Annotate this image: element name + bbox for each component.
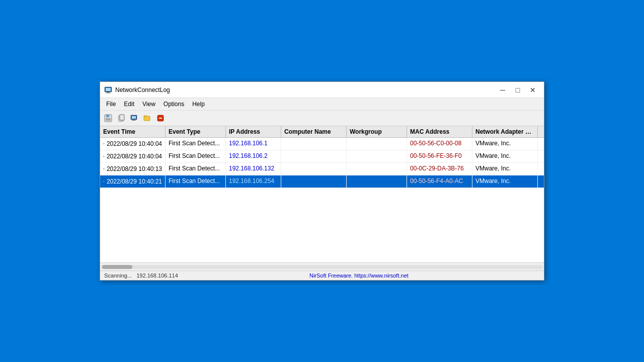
svg-rect-6 — [106, 118, 111, 121]
cell-event-type: First Scan Detect... — [166, 163, 226, 175]
title-controls: ─ □ ✕ — [496, 85, 540, 95]
table-row[interactable]: 2022/08/29 10:40:13First Scan Detect...1… — [100, 163, 544, 175]
cell-network-adapter: VMware, Inc. — [472, 163, 538, 175]
close-button[interactable]: ✕ — [526, 85, 540, 95]
col-header-network-adapter[interactable]: Network Adapter Comp — [472, 126, 538, 137]
svg-rect-11 — [133, 120, 135, 120]
scanning-ip: 192.168.106.114 — [136, 273, 178, 279]
menu-item-options[interactable]: Options — [159, 99, 188, 109]
event-time-value: 2022/08/29 10:40:04 — [107, 140, 162, 147]
menu-bar: FileEditViewOptionsHelp — [100, 98, 544, 111]
cell-ip-address[interactable]: 192.168.106.254 — [226, 175, 281, 188]
maximize-button[interactable]: □ — [511, 85, 525, 95]
cell-event-time: 2022/08/29 10:40:13 — [100, 163, 166, 175]
cell-computer-name — [281, 175, 347, 188]
status-bar: Scanning... 192.168.106.114 NirSoft Free… — [100, 270, 544, 280]
cell-network-adapter: VMware, Inc. — [472, 150, 538, 162]
network-device-icon — [103, 152, 105, 160]
svg-rect-13 — [144, 116, 150, 121]
col-header-mac-address[interactable]: MAC Address — [407, 126, 472, 137]
table-row[interactable]: 2022/08/29 10:40:04First Scan Detect...1… — [100, 150, 544, 163]
svg-rect-10 — [132, 116, 136, 119]
properties-toolbar-button[interactable] — [128, 112, 140, 124]
svg-rect-2 — [107, 92, 110, 93]
horizontal-scrollbar[interactable] — [100, 262, 544, 270]
event-time-value: 2022/08/29 10:40:04 — [107, 153, 162, 160]
event-time-value: 2022/08/29 10:40:13 — [107, 165, 162, 172]
cell-event-type: First Scan Detect... — [166, 150, 226, 162]
cell-workgroup — [347, 150, 407, 162]
ip-address-link[interactable]: 192.168.106.254 — [229, 177, 274, 185]
cell-ip-address[interactable]: 192.168.106.1 — [226, 138, 281, 150]
svg-rect-5 — [106, 115, 109, 117]
cell-network-adapter: VMware, Inc. — [472, 175, 538, 188]
menu-item-edit[interactable]: Edit — [120, 99, 138, 109]
status-scanning: Scanning... 192.168.106.114 — [104, 273, 178, 279]
col-header-event-type[interactable]: Event Type — [166, 126, 226, 137]
cell-event-time: 2022/08/29 10:40:21 — [100, 175, 166, 188]
content-area: Event Time Event Type IP Address Compute… — [100, 126, 544, 262]
cell-mac-address: 00-50-56-FE-36-F0 — [407, 150, 472, 162]
cell-event-time: 2022/08/29 10:40:04 — [100, 138, 166, 150]
ip-address-link[interactable]: 192.168.106.1 — [229, 140, 268, 147]
cell-computer-name — [281, 138, 347, 150]
main-window: NetworkConnectLog ─ □ ✕ FileEditViewOpti… — [100, 81, 544, 281]
ip-address-link[interactable]: 192.168.106.2 — [229, 152, 268, 159]
col-header-workgroup[interactable]: Workgroup — [347, 126, 407, 137]
cell-workgroup — [347, 138, 407, 150]
stop-toolbar-button[interactable] — [154, 112, 167, 124]
minimize-button[interactable]: ─ — [496, 85, 510, 95]
title-bar-left: NetworkConnectLog — [104, 86, 170, 94]
toolbar — [100, 111, 544, 126]
table-header: Event Time Event Type IP Address Compute… — [100, 126, 544, 138]
cell-ip-address[interactable]: 192.168.106.132 — [226, 163, 281, 175]
table-row[interactable]: 2022/08/29 10:40:21First Scan Detect...1… — [100, 175, 544, 188]
mac-address-value: 00-50-56-C0-00-08 — [410, 140, 461, 147]
svg-rect-18 — [103, 143, 104, 144]
network-device-icon — [103, 165, 105, 173]
svg-rect-14 — [144, 116, 146, 117]
nirsoft-link[interactable]: NirSoft Freeware. https://www.nirsoft.ne… — [309, 273, 409, 279]
cell-workgroup — [347, 163, 407, 175]
cell-event-type: First Scan Detect... — [166, 175, 226, 188]
table-row[interactable]: 2022/08/29 10:40:04First Scan Detect...1… — [100, 138, 544, 150]
svg-rect-22 — [103, 156, 104, 156]
cell-event-type: First Scan Detect... — [166, 138, 226, 150]
menu-item-file[interactable]: File — [102, 99, 120, 109]
mac-address-value: 00-50-56-F4-A0-AC — [410, 177, 463, 185]
window-title: NetworkConnectLog — [115, 86, 170, 94]
col-header-event-time[interactable]: Event Time — [100, 126, 166, 137]
mac-address-value: 00-50-56-FE-36-F0 — [410, 152, 462, 159]
scrollbar-thumb[interactable] — [102, 265, 132, 269]
svg-rect-3 — [106, 93, 111, 93]
svg-rect-12 — [132, 120, 136, 121]
menu-item-help[interactable]: Help — [188, 99, 209, 109]
cell-mac-address: 00-0C-29-DA-3B-76 — [407, 163, 472, 175]
svg-rect-16 — [159, 118, 162, 119]
open-toolbar-button[interactable] — [141, 112, 153, 124]
network-device-icon — [103, 140, 105, 148]
cell-computer-name — [281, 150, 347, 162]
svg-rect-26 — [103, 168, 104, 169]
svg-rect-30 — [103, 181, 104, 182]
svg-rect-1 — [106, 88, 111, 91]
cell-network-adapter: VMware, Inc. — [472, 138, 538, 150]
cell-workgroup — [347, 175, 407, 188]
ip-address-link[interactable]: 192.168.106.132 — [229, 165, 274, 172]
cell-ip-address[interactable]: 192.168.106.2 — [226, 150, 281, 162]
menu-item-view[interactable]: View — [138, 99, 159, 109]
table-body: 2022/08/29 10:40:04First Scan Detect...1… — [100, 138, 544, 262]
cell-mac-address: 00-50-56-F4-A0-AC — [407, 175, 472, 188]
col-header-computer-name[interactable]: Computer Name — [281, 126, 347, 137]
mac-address-value: 00-0C-29-DA-3B-76 — [410, 165, 464, 172]
copy-toolbar-button[interactable] — [115, 112, 127, 124]
svg-rect-8 — [120, 115, 124, 120]
cell-computer-name — [281, 163, 347, 175]
col-header-ip-address[interactable]: IP Address — [226, 126, 281, 137]
event-time-value: 2022/08/29 10:40:21 — [107, 178, 162, 185]
app-icon — [104, 86, 112, 94]
scrollbar-track — [101, 265, 543, 269]
network-device-icon — [103, 177, 105, 186]
cell-event-time: 2022/08/29 10:40:04 — [100, 150, 166, 162]
save-toolbar-button[interactable] — [102, 112, 114, 124]
